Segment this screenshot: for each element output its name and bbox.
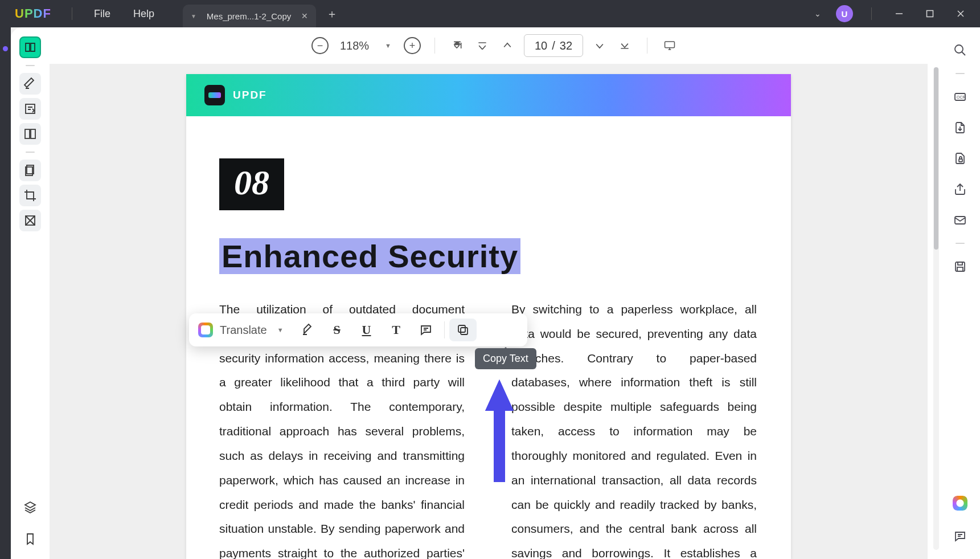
window-controls: ⌄ U — [807, 0, 980, 27]
svg-point-11 — [955, 45, 963, 53]
app-logo: UPDF — [15, 6, 51, 21]
layers-button[interactable] — [19, 496, 41, 518]
tab-menu-icon[interactable]: ▼ — [191, 13, 196, 19]
last-page-button[interactable] — [616, 37, 633, 54]
chapter-number-badge: 08 — [219, 158, 284, 210]
zoom-dropdown-icon[interactable]: ▼ — [380, 42, 396, 49]
ai-icon — [953, 496, 967, 511]
crop-tool-button[interactable] — [19, 185, 41, 206]
svg-rect-14 — [959, 159, 962, 162]
gutter-indicator — [3, 46, 8, 51]
svg-rect-17 — [958, 262, 962, 265]
scrollbar-thumb[interactable] — [934, 67, 938, 250]
email-button[interactable] — [949, 209, 971, 231]
ai-icon — [198, 323, 213, 337]
reader-mode-button[interactable] — [19, 36, 41, 58]
selection-context-menu: Translate ▼ S U T — [189, 313, 527, 346]
page-layout-button[interactable] — [19, 123, 41, 145]
page-header-banner: UPDF — [186, 74, 791, 116]
separator — [444, 321, 445, 338]
separator — [72, 7, 72, 20]
separator — [871, 7, 872, 20]
presentation-button[interactable] — [661, 37, 678, 54]
menu-file[interactable]: File — [83, 8, 122, 20]
translate-button[interactable]: Translate — [220, 324, 267, 337]
text-style-button[interactable]: T — [383, 319, 410, 341]
svg-rect-15 — [955, 217, 965, 224]
zoom-in-button[interactable]: + — [404, 37, 421, 54]
ocr-button[interactable]: OCR — [949, 85, 971, 108]
document-heading[interactable]: Enhanced Security — [219, 238, 791, 275]
edit-text-button[interactable] — [19, 98, 41, 120]
highlight-tool-button[interactable] — [19, 73, 41, 95]
menu-help[interactable]: Help — [122, 8, 166, 20]
separator — [647, 38, 647, 54]
prev-page-button[interactable] — [499, 37, 516, 54]
share-button[interactable] — [949, 178, 971, 201]
svg-rect-5 — [25, 129, 30, 138]
translate-dropdown-icon[interactable]: ▼ — [273, 327, 292, 333]
ai-assistant-button[interactable] — [949, 492, 971, 515]
svg-rect-10 — [665, 42, 675, 48]
svg-text:OCR: OCR — [957, 95, 966, 99]
left-toolbar — [11, 27, 50, 559]
titlebar: UPDF File Help ▼ Mes_prem...1-2_Copy ✕ ＋… — [0, 0, 980, 27]
page-indicator[interactable]: 10 / 32 — [524, 34, 583, 57]
copy-text-tooltip: Copy Text — [475, 348, 536, 369]
new-tab-button[interactable]: ＋ — [326, 6, 338, 22]
separator — [956, 73, 965, 74]
separator — [26, 65, 35, 66]
annotation-arrow — [482, 380, 516, 490]
svg-rect-20 — [458, 325, 465, 332]
copy-text-button[interactable] — [449, 319, 477, 341]
first-page-button[interactable] — [449, 37, 466, 54]
svg-rect-1 — [927, 11, 933, 17]
bookmark-button[interactable] — [19, 528, 41, 550]
tab-title: Mes_prem...1-2_Copy — [207, 11, 291, 21]
svg-rect-19 — [461, 328, 468, 334]
svg-rect-6 — [31, 129, 35, 138]
strikethrough-button[interactable]: S — [323, 319, 351, 341]
current-page[interactable]: 10 — [535, 39, 547, 52]
convert-button[interactable] — [949, 116, 971, 139]
separator — [956, 243, 965, 244]
tab-bar: ▼ Mes_prem...1-2_Copy ✕ ＋ — [183, 0, 338, 27]
separator — [434, 38, 435, 54]
next-page-button[interactable] — [591, 37, 608, 54]
search-button[interactable] — [949, 39, 971, 62]
minimize-button[interactable] — [885, 0, 913, 27]
selected-text[interactable]: Enhanced Security — [219, 238, 520, 274]
highlight-button[interactable] — [294, 319, 321, 341]
app-body: − 118% ▼ + 10 / 32 UPDF 08 Enhanced Secu… — [11, 27, 980, 559]
comments-panel-button[interactable] — [949, 525, 971, 548]
zoom-out-button[interactable]: − — [311, 37, 329, 54]
first-page-button[interactable] — [474, 37, 491, 54]
document-tab[interactable]: ▼ Mes_prem...1-2_Copy ✕ — [183, 5, 316, 27]
user-avatar[interactable]: U — [836, 5, 853, 22]
underline-button[interactable]: U — [353, 319, 380, 341]
redact-tool-button[interactable] — [19, 210, 41, 231]
close-window-button[interactable] — [947, 0, 974, 27]
comment-button[interactable] — [412, 319, 440, 341]
total-pages: 32 — [560, 39, 572, 52]
maximize-button[interactable] — [916, 0, 944, 27]
zoom-level[interactable]: 118% — [337, 39, 372, 52]
brand-icon — [204, 85, 225, 105]
organize-pages-button[interactable] — [19, 160, 41, 181]
tab-close-icon[interactable]: ✕ — [301, 11, 308, 21]
scrollbar-track[interactable] — [933, 67, 939, 550]
svg-rect-18 — [957, 267, 963, 271]
right-toolbar: OCR — [940, 27, 980, 559]
page-sep: / — [552, 39, 555, 52]
column-right[interactable]: By switching to a paperless workplace, a… — [511, 297, 757, 559]
brand-name: UPDF — [233, 89, 267, 101]
view-toolbar: − 118% ▼ + 10 / 32 — [50, 27, 940, 64]
dropdown-icon[interactable]: ⌄ — [807, 6, 828, 22]
separator — [26, 152, 35, 153]
protect-button[interactable] — [949, 147, 971, 170]
save-button[interactable] — [949, 255, 971, 278]
